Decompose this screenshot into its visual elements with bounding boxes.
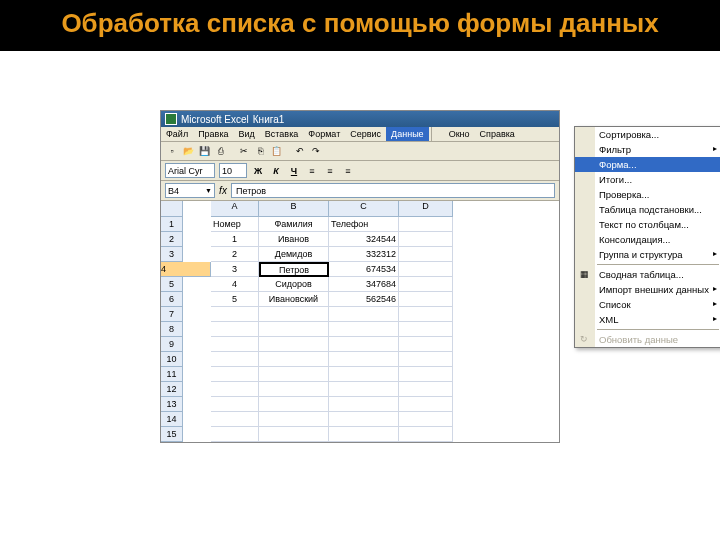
cell[interactable] [259,322,329,337]
align-center-button[interactable]: ≡ [323,164,337,178]
cell[interactable] [399,232,453,247]
cell[interactable] [259,352,329,367]
cell[interactable] [329,352,399,367]
cell[interactable]: Номер [211,217,259,232]
cell[interactable] [329,397,399,412]
menu-item[interactable]: Проверка... [575,187,720,202]
open-button[interactable]: 📂 [181,144,195,158]
cell[interactable]: 2 [211,247,259,262]
cell[interactable]: Сидоров [259,277,329,292]
menu-data[interactable]: Данные [386,127,429,141]
cell[interactable] [329,337,399,352]
menu-tools[interactable]: Сервис [345,127,386,141]
row-header[interactable]: 1 [161,217,183,232]
menu-item[interactable]: XML▸ [575,312,720,327]
cell[interactable] [399,307,453,322]
menu-item[interactable]: Импорт внешних данных▸ [575,282,720,297]
menu-insert[interactable]: Вставка [260,127,303,141]
cell[interactable]: Ивановский [259,292,329,307]
cell[interactable] [399,412,453,427]
cell[interactable] [399,367,453,382]
menu-window[interactable]: Окно [444,127,475,141]
cell[interactable] [259,382,329,397]
row-header[interactable]: 2 [161,232,183,247]
font-size-select[interactable]: 10 [219,163,247,178]
cell[interactable]: Демидов [259,247,329,262]
row-header[interactable]: 7 [161,307,183,322]
row-header[interactable]: 6 [161,292,183,307]
cell[interactable] [211,412,259,427]
name-box[interactable]: B4 ▼ [165,183,215,198]
cell[interactable] [259,412,329,427]
menu-item[interactable]: Таблица подстановки... [575,202,720,217]
menu-item[interactable]: Текст по столбцам... [575,217,720,232]
cell[interactable] [329,427,399,442]
row-header[interactable]: 9 [161,337,183,352]
underline-button[interactable]: Ч [287,164,301,178]
cell[interactable]: 347684 [329,277,399,292]
row-header[interactable]: 15 [161,427,183,442]
cell[interactable]: 5 [211,292,259,307]
cell[interactable]: 3 [211,262,259,277]
col-header-A[interactable]: A [211,201,259,217]
cell[interactable] [211,382,259,397]
cell[interactable] [329,322,399,337]
cell[interactable] [399,337,453,352]
cell[interactable]: Петров [259,262,329,277]
row-header[interactable]: 11 [161,367,183,382]
menu-item[interactable]: Форма... [575,157,720,172]
cell[interactable]: Фамилия [259,217,329,232]
align-left-button[interactable]: ≡ [305,164,319,178]
cell[interactable] [211,307,259,322]
row-header[interactable]: 8 [161,322,183,337]
menu-file[interactable]: Файл [161,127,193,141]
cell[interactable]: 562546 [329,292,399,307]
cell[interactable] [399,277,453,292]
cell[interactable]: Телефон [329,217,399,232]
cell[interactable]: 332312 [329,247,399,262]
align-right-button[interactable]: ≡ [341,164,355,178]
new-button[interactable]: ▫ [165,144,179,158]
menu-item[interactable]: Итоги... [575,172,720,187]
bold-button[interactable]: Ж [251,164,265,178]
select-all-corner[interactable] [161,201,183,217]
menu-help[interactable]: Справка [475,127,520,141]
cell[interactable] [211,352,259,367]
copy-button[interactable]: ⎘ [253,144,267,158]
row-header[interactable]: 13 [161,397,183,412]
row-header[interactable]: 14 [161,412,183,427]
cell[interactable] [399,292,453,307]
row-header[interactable]: 12 [161,382,183,397]
redo-button[interactable]: ↷ [309,144,323,158]
formula-bar[interactable]: Петров [231,183,555,198]
print-button[interactable]: ⎙ [213,144,227,158]
row-header[interactable]: 4 [161,262,211,277]
cell[interactable]: 674534 [329,262,399,277]
cell[interactable]: 1 [211,232,259,247]
cell[interactable] [329,307,399,322]
italic-button[interactable]: К [269,164,283,178]
menu-item[interactable]: Консолидация... [575,232,720,247]
menu-item[interactable]: Группа и структура▸ [575,247,720,262]
col-header-D[interactable]: D [399,201,453,217]
menu-item[interactable]: Сводная таблица...▦ [575,267,720,282]
menu-format[interactable]: Формат [303,127,345,141]
cell[interactable] [399,217,453,232]
cell[interactable]: 324544 [329,232,399,247]
cell[interactable] [399,322,453,337]
menu-item[interactable]: Список▸ [575,297,720,312]
cell[interactable] [399,262,453,277]
menu-edit[interactable]: Правка [193,127,233,141]
cell[interactable] [211,337,259,352]
save-button[interactable]: 💾 [197,144,211,158]
fx-icon[interactable]: fx [217,185,229,196]
row-header[interactable]: 3 [161,247,183,262]
menu-item[interactable]: Сортировка... [575,127,720,142]
cell[interactable] [259,427,329,442]
cell[interactable]: 4 [211,277,259,292]
cell[interactable] [211,367,259,382]
cell[interactable] [399,352,453,367]
cell[interactable] [211,322,259,337]
paste-button[interactable]: 📋 [269,144,283,158]
cell[interactable] [211,397,259,412]
